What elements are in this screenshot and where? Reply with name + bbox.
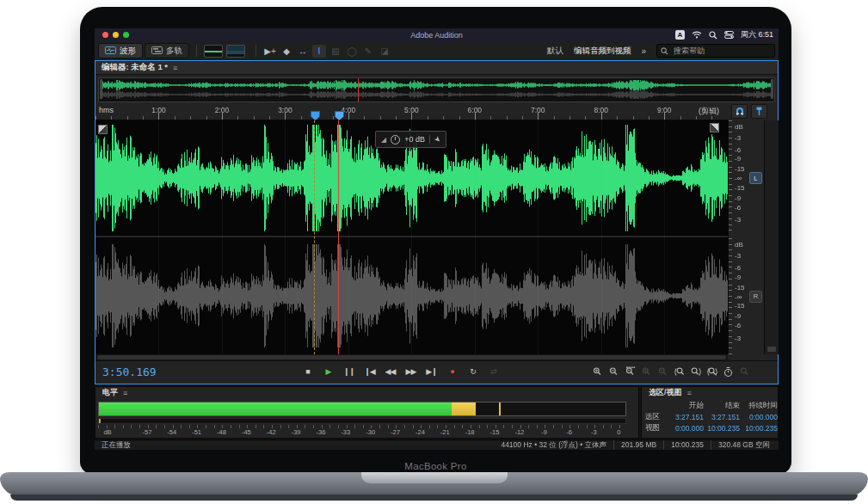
db-scale-label: -3 [735, 134, 741, 142]
overview-right-grip[interactable] [771, 79, 773, 99]
vertical-scrollbar[interactable] [764, 120, 779, 354]
time-value[interactable]: 0:00.000 [668, 424, 704, 433]
waveform-view-icon [105, 46, 116, 56]
hud-gain-value[interactable]: +0 dB [404, 135, 425, 144]
loop-playback-button[interactable]: ↻ [464, 364, 482, 379]
channel-badge-L[interactable]: L [749, 172, 762, 184]
horizontal-scrollbar-thumb[interactable] [97, 355, 726, 360]
column-header: 持续时间 [740, 401, 778, 411]
horizontal-scrollbar[interactable] [95, 354, 728, 360]
time-value[interactable]: 3:27.151 [668, 413, 704, 421]
level-meter[interactable]: dB-57-54-51-48-45-42-39-36-33-30-27-24-2… [98, 402, 625, 436]
stop-button[interactable]: ■ [299, 364, 317, 379]
channel-badge-R[interactable]: R [749, 291, 762, 303]
spotlight-icon[interactable] [709, 31, 717, 40]
timeline-ruler[interactable]: hms 1:002:003:004:005:006:007:008:009:00… [95, 103, 728, 120]
volume-ramp-icon: ◢ [381, 136, 386, 144]
panel-menu-icon[interactable]: ≡ [123, 389, 127, 397]
amplitude-scale-right: dB-3-6-9-15-∞-15-9-6-3R [729, 238, 765, 354]
levels-panel-header[interactable]: 电平 ≡ [95, 387, 638, 398]
hud-knob-icon[interactable] [391, 135, 400, 144]
db-scale-label: -15 [735, 302, 745, 310]
zoom-out-time-button[interactable] [606, 365, 621, 378]
workspace-active[interactable]: 编辑音频到视频 [574, 46, 631, 57]
workspace-overflow-chevrons[interactable]: » [641, 46, 646, 56]
playhead-time-display[interactable]: 3:50.169 [102, 366, 157, 378]
time-selection-tool[interactable]: I [312, 45, 326, 58]
move-tool[interactable]: ▶+ [263, 45, 277, 58]
hud-pin-icon[interactable]: ➤ [433, 134, 443, 144]
amplitude-scale-left: dB-3-6-9-15-∞-15-9-6-3L [729, 120, 765, 236]
waveform-workspace: ◢ +0 dB ➤ dB-3-6-9-15-∞-15-9-6-3L dB-3-6… [95, 120, 778, 354]
time-value[interactable]: 0:00.000 [740, 413, 778, 421]
help-search-box[interactable] [656, 44, 775, 58]
time-value[interactable]: 10:00.235 [704, 424, 740, 433]
zoom-to-selection-button[interactable] [705, 365, 719, 378]
overview-navigator[interactable] [98, 77, 775, 102]
menu-bar-clock[interactable]: 周六 6:51 [741, 29, 773, 40]
workspace-default[interactable]: 默认 [547, 46, 563, 57]
panel-menu-icon[interactable]: ≡ [687, 389, 692, 397]
waveform-display[interactable]: ◢ +0 dB ➤ [95, 120, 728, 354]
levels-panel: 电平 ≡ dB-57-54-51-48-45-42-39-36-33-30-27… [95, 386, 639, 439]
play-button[interactable]: ▶ [319, 364, 337, 379]
meter-scale-label: -9 [541, 428, 547, 436]
time-value[interactable]: 3:27.151 [704, 413, 740, 421]
ruler-buttons [731, 104, 767, 119]
zoom-to-in-point-button[interactable] [672, 365, 686, 378]
waveform-display-icon[interactable] [204, 45, 223, 58]
record-button[interactable]: ● [443, 364, 461, 379]
search-input[interactable] [672, 46, 771, 56]
meter-scale-label: -21 [440, 428, 450, 436]
vertical-scrollbar-thumb[interactable] [767, 347, 776, 352]
clip-label: (剪辑) [699, 106, 719, 117]
overview-left-grip[interactable] [100, 79, 102, 99]
marker-pin-icon[interactable] [751, 104, 767, 119]
db-scale-label: -∞ [735, 175, 742, 182]
skip-selection-button: ⇄ [484, 364, 502, 379]
meter-peak-indicator [499, 403, 501, 415]
fade-out-handle[interactable] [710, 123, 719, 132]
editor-panel-title: 编辑器: 未命名 1 * [102, 62, 168, 73]
selection-view-header[interactable]: 选区/视图 ≡ [642, 387, 778, 398]
search-icon [661, 43, 668, 58]
zoom-to-playhead-button[interactable] [721, 365, 736, 378]
skip-to-start-button[interactable]: ❙◀ [360, 364, 379, 379]
slip-tool[interactable]: ↔ [296, 45, 310, 58]
levels-panel-title: 电平 [102, 387, 118, 398]
meter-scale-label: -33 [341, 428, 350, 436]
zoom-in-time-button[interactable] [590, 365, 605, 378]
multitrack-view-button[interactable]: 多轨 [145, 43, 189, 58]
rewind-button[interactable]: ◀◀ [381, 364, 399, 379]
fast-forward-button[interactable]: ▶▶ [402, 364, 420, 379]
meter-scale-label: -27 [391, 428, 400, 436]
input-source-icon[interactable]: A [675, 30, 685, 40]
overview-playhead [358, 78, 359, 101]
table-row: 选区3:27.1513:27.1510:00.000 [645, 411, 774, 422]
meter-scale-label: 0 [617, 428, 620, 436]
snap-magnet-icon[interactable] [731, 104, 748, 119]
wifi-icon[interactable] [692, 31, 702, 39]
zoom-to-out-point-button[interactable] [688, 365, 703, 378]
control-center-icon[interactable] [724, 31, 734, 39]
waveform-view-button[interactable]: 波形 [98, 43, 143, 58]
ruler-tick [601, 113, 602, 120]
editor-panel-header[interactable]: 编辑器: 未命名 1 * ≡ [95, 61, 778, 75]
macbook-device: Adobe Audition A 周六 6:51 波形 [0, 0, 868, 504]
device-label: MacBook Pro [80, 461, 791, 471]
db-scale-label: -15 [735, 165, 745, 173]
pause-button[interactable]: ❙❙ [340, 364, 358, 379]
panel-menu-icon[interactable]: ≡ [173, 64, 177, 72]
zoom-out-full-button[interactable] [623, 365, 637, 378]
marquee-selection-tool: ▧ [329, 45, 342, 58]
overview-waveform[interactable] [100, 79, 773, 101]
spectral-display-icon[interactable] [226, 45, 245, 58]
fade-in-handle[interactable] [98, 125, 108, 134]
volume-hud[interactable]: ◢ +0 dB ➤ [375, 131, 446, 148]
view-button-label: 波形 [120, 46, 136, 57]
razor-tool[interactable]: ◆ [280, 45, 293, 58]
db-scale-label: -∞ [735, 292, 742, 300]
ruler-unit-label: hms [99, 106, 114, 114]
time-value[interactable]: 10:00.235 [740, 424, 778, 433]
skip-to-end-button[interactable]: ▶❙ [422, 364, 440, 379]
